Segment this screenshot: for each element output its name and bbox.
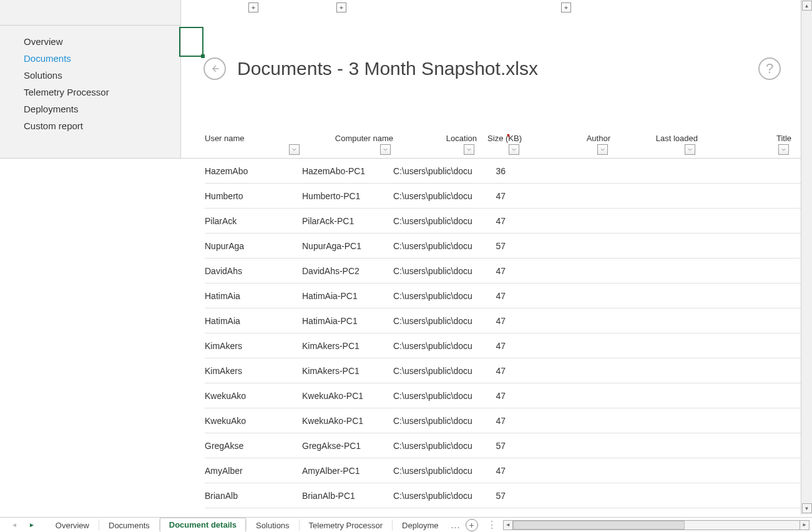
- vscroll-up[interactable]: ▲: [802, 1, 812, 11]
- cell-location: C:\users\public\docu: [393, 266, 477, 276]
- table-row[interactable]: AmyAlberAmyAlber-PC1C:\users\public\docu…: [205, 458, 805, 483]
- cell-username: KwekuAko: [205, 391, 302, 401]
- tab-documents[interactable]: Documents: [99, 518, 159, 532]
- sidebar-item-deployments[interactable]: Deployments: [24, 101, 180, 117]
- hscroll-left[interactable]: ◄: [503, 520, 513, 530]
- tab-solutions[interactable]: Solutions: [247, 518, 298, 532]
- cell-computer: BrianAlb-PC1: [302, 491, 393, 501]
- table-row[interactable]: GregAkseGregAkse-PC1C:\users\public\docu…: [205, 433, 805, 458]
- table-row[interactable]: HumbertoHumberto-PC1C:\users\public\docu…: [205, 184, 805, 209]
- sidebar-item-telemetry-processor[interactable]: Telemetry Processor: [24, 84, 180, 101]
- arrow-left-icon: [209, 63, 220, 74]
- table-row[interactable]: DavidAhsDavidAhs-PC2C:\users\public\docu…: [205, 259, 805, 283]
- cell-computer: HatimAia-PC1: [302, 291, 393, 301]
- table-row[interactable]: NupurAgaNupurAga-PC1C:\users\public\docu…: [205, 234, 805, 259]
- tab-overview[interactable]: Overview: [46, 518, 99, 532]
- hscroll-track[interactable]: [513, 520, 800, 530]
- col-header-title: Title: [698, 134, 791, 143]
- col-header-location: Location: [393, 134, 477, 143]
- cell-location: C:\users\public\docu: [393, 241, 477, 251]
- selected-cell[interactable]: [179, 27, 203, 57]
- table-row[interactable]: HazemAboHazemAbo-PC1C:\users\public\docu…: [205, 159, 805, 184]
- cell-username: HatimAia: [205, 291, 302, 301]
- cell-computer: NupurAga-PC1: [302, 241, 393, 251]
- new-sheet-button[interactable]: +: [466, 519, 478, 531]
- cell-username: BrianAlb: [205, 491, 302, 501]
- filter-author[interactable]: [597, 144, 608, 155]
- cell-computer: KimAkers-PC1: [302, 341, 393, 351]
- vscroll-down[interactable]: ▼: [802, 503, 812, 513]
- hscroll-right[interactable]: ►: [800, 520, 810, 530]
- table-row[interactable]: PilarAckPilarAck-PC1C:\users\public\docu…: [205, 209, 805, 234]
- filter-computer[interactable]: [380, 144, 391, 155]
- cell-size: 47: [477, 341, 522, 351]
- vscroll[interactable]: ▲ ▼: [801, 0, 812, 515]
- cell-computer: HatimAia-PC1: [302, 316, 393, 326]
- header-area: + + + Documents - 3 Month Snapshot.xlsx …: [181, 0, 812, 159]
- cell-location: C:\users\public\docu: [393, 341, 477, 351]
- help-button[interactable]: ?: [758, 57, 781, 80]
- cell-computer: GregAkse-PC1: [302, 441, 393, 451]
- outline-expand-2[interactable]: +: [336, 2, 346, 12]
- sidebar-item-solutions[interactable]: Solutions: [24, 67, 180, 84]
- sidebar-item-overview[interactable]: Overview: [24, 33, 180, 50]
- cell-location: C:\users\public\docu: [393, 291, 477, 301]
- filter-username[interactable]: [289, 144, 300, 155]
- cell-location: C:\users\public\docu: [393, 366, 477, 376]
- table-row[interactable]: KwekuAkoKwekuAko-PC1C:\users\public\docu…: [205, 408, 805, 433]
- table-row[interactable]: BrianAlbBrianAlb-PC1C:\users\public\docu…: [205, 483, 805, 508]
- hscroll-thumb[interactable]: [513, 521, 685, 530]
- cell-size: 47: [477, 366, 522, 376]
- sort-indicator-icon: [507, 134, 509, 138]
- cell-username: NupurAga: [205, 241, 302, 251]
- table-row[interactable]: HatimAiaHatimAia-PC1C:\users\public\docu…: [205, 308, 805, 333]
- cell-username: KimAkers: [205, 366, 302, 376]
- cell-computer: KwekuAko-PC1: [302, 416, 393, 426]
- cell-location: C:\users\public\docu: [393, 491, 477, 501]
- cell-username: DavidAhs: [205, 266, 302, 276]
- cell-username: KimAkers: [205, 341, 302, 351]
- page-title: Documents - 3 Month Snapshot.xlsx: [237, 58, 538, 79]
- cell-computer: KimAkers-PC1: [302, 366, 393, 376]
- tabs-overflow[interactable]: …: [451, 520, 461, 531]
- col-header-lastloaded: Last loaded: [610, 134, 698, 143]
- cell-size: 47: [477, 391, 522, 401]
- outline-expand-1[interactable]: +: [248, 2, 258, 12]
- cell-username: AmyAlber: [205, 466, 302, 476]
- cell-size: 57: [477, 241, 522, 251]
- back-button[interactable]: [203, 57, 226, 80]
- filter-lastloaded[interactable]: [685, 144, 695, 155]
- filter-title[interactable]: [778, 144, 789, 155]
- cell-computer: PilarAck-PC1: [302, 216, 393, 226]
- sidebar-item-documents[interactable]: Documents: [24, 50, 180, 67]
- cell-size: 57: [477, 441, 522, 451]
- table-row[interactable]: KimAkersKimAkers-PC1C:\users\public\docu…: [205, 333, 805, 358]
- cell-size: 47: [477, 266, 522, 276]
- cell-location: C:\users\public\docu: [393, 316, 477, 326]
- cell-size: 47: [477, 216, 522, 226]
- help-icon: ?: [766, 61, 773, 77]
- sidebar-item-custom-report[interactable]: Custom report: [24, 117, 180, 134]
- sheet-tab-bar: ◄ ► OverviewDocumentsDocument detailsSol…: [0, 517, 812, 532]
- col-header-username: User name: [205, 134, 302, 143]
- table-row[interactable]: HatimAiaHatimAia-PC1C:\users\public\docu…: [205, 283, 805, 308]
- cell-username: HatimAia: [205, 316, 302, 326]
- cell-location: C:\users\public\docu: [393, 466, 477, 476]
- data-grid[interactable]: HazemAboHazemAbo-PC1C:\users\public\docu…: [0, 159, 812, 517]
- sheet-nav-prev[interactable]: ◄: [11, 521, 17, 528]
- cell-username: HazemAbo: [205, 166, 302, 176]
- cell-size: 47: [477, 416, 522, 426]
- col-header-size: Size (KB): [477, 134, 522, 143]
- filter-location[interactable]: [464, 144, 474, 155]
- sheet-nav-next[interactable]: ►: [29, 521, 35, 528]
- table-row[interactable]: KimAkersKimAkers-PC1C:\users\public\docu…: [205, 358, 805, 383]
- tab-divider-icon: ⋮: [483, 519, 501, 531]
- cell-size: 47: [477, 291, 522, 301]
- filter-size[interactable]: [509, 144, 519, 155]
- cell-computer: Humberto-PC1: [302, 191, 393, 201]
- tab-deployme[interactable]: Deployme: [393, 518, 448, 532]
- tab-telemetry-processor[interactable]: Telemetry Processor: [300, 518, 392, 532]
- tab-document-details[interactable]: Document details: [160, 518, 246, 532]
- outline-expand-3[interactable]: +: [561, 2, 571, 12]
- table-row[interactable]: KwekuAkoKwekuAko-PC1C:\users\public\docu…: [205, 383, 805, 408]
